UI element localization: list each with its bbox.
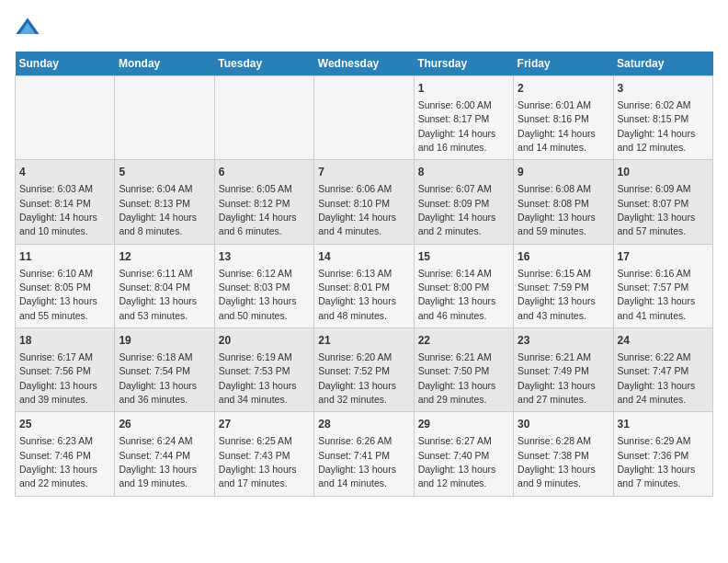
day-number: 18 <box>19 333 110 349</box>
page-header <box>15 15 713 40</box>
day-info: Sunrise: 6:02 AM Sunset: 8:15 PM Dayligh… <box>618 99 696 153</box>
calendar-cell: 15Sunrise: 6:14 AM Sunset: 8:00 PM Dayli… <box>414 244 513 327</box>
calendar-cell: 7Sunrise: 6:06 AM Sunset: 8:10 PM Daylig… <box>314 160 414 244</box>
day-info: Sunrise: 6:18 AM Sunset: 7:54 PM Dayligh… <box>119 351 197 405</box>
calendar-cell <box>16 76 115 160</box>
day-number: 9 <box>518 165 609 180</box>
logo <box>15 15 44 40</box>
calendar-cell: 20Sunrise: 6:19 AM Sunset: 7:53 PM Dayli… <box>214 328 313 412</box>
logo-icon <box>15 15 40 40</box>
day-number: 4 <box>19 165 110 180</box>
calendar-cell: 1Sunrise: 6:00 AM Sunset: 8:17 PM Daylig… <box>414 76 513 160</box>
day-number: 28 <box>318 417 409 432</box>
day-info: Sunrise: 6:09 AM Sunset: 8:07 PM Dayligh… <box>618 183 696 236</box>
calendar-cell: 8Sunrise: 6:07 AM Sunset: 8:09 PM Daylig… <box>414 160 513 244</box>
calendar-header-row: SundayMondayTuesdayWednesdayThursdayFrid… <box>16 52 713 76</box>
calendar-header-tuesday: Tuesday <box>214 52 313 76</box>
calendar-cell: 10Sunrise: 6:09 AM Sunset: 8:07 PM Dayli… <box>613 160 712 244</box>
day-info: Sunrise: 6:13 AM Sunset: 8:01 PM Dayligh… <box>318 268 396 321</box>
calendar-table: SundayMondayTuesdayWednesdayThursdayFrid… <box>15 52 713 497</box>
day-number: 5 <box>119 165 210 180</box>
day-info: Sunrise: 6:05 AM Sunset: 8:12 PM Dayligh… <box>219 183 297 236</box>
calendar-week-row: 25Sunrise: 6:23 AM Sunset: 7:46 PM Dayli… <box>16 412 713 496</box>
day-info: Sunrise: 6:16 AM Sunset: 7:57 PM Dayligh… <box>618 268 696 321</box>
calendar-cell: 3Sunrise: 6:02 AM Sunset: 8:15 PM Daylig… <box>613 76 712 160</box>
calendar-cell <box>115 76 214 160</box>
day-info: Sunrise: 6:28 AM Sunset: 7:38 PM Dayligh… <box>518 435 596 488</box>
calendar-cell: 24Sunrise: 6:22 AM Sunset: 7:47 PM Dayli… <box>613 328 712 412</box>
day-number: 6 <box>219 165 310 180</box>
calendar-week-row: 1Sunrise: 6:00 AM Sunset: 8:17 PM Daylig… <box>16 76 713 160</box>
calendar-cell: 29Sunrise: 6:27 AM Sunset: 7:40 PM Dayli… <box>414 412 513 496</box>
day-info: Sunrise: 6:19 AM Sunset: 7:53 PM Dayligh… <box>219 351 297 405</box>
calendar-cell: 26Sunrise: 6:24 AM Sunset: 7:44 PM Dayli… <box>115 412 214 496</box>
calendar-cell: 18Sunrise: 6:17 AM Sunset: 7:56 PM Dayli… <box>16 328 115 412</box>
calendar-cell: 2Sunrise: 6:01 AM Sunset: 8:16 PM Daylig… <box>514 76 613 160</box>
calendar-cell <box>314 76 414 160</box>
day-number: 27 <box>219 417 310 432</box>
calendar-cell: 25Sunrise: 6:23 AM Sunset: 7:46 PM Dayli… <box>16 412 115 496</box>
day-info: Sunrise: 6:08 AM Sunset: 8:08 PM Dayligh… <box>518 183 596 236</box>
calendar-cell: 5Sunrise: 6:04 AM Sunset: 8:13 PM Daylig… <box>115 160 214 244</box>
calendar-cell: 21Sunrise: 6:20 AM Sunset: 7:52 PM Dayli… <box>314 328 414 412</box>
day-number: 30 <box>518 417 609 432</box>
calendar-cell: 12Sunrise: 6:11 AM Sunset: 8:04 PM Dayli… <box>115 244 214 327</box>
day-number: 20 <box>219 333 310 349</box>
day-info: Sunrise: 6:21 AM Sunset: 7:50 PM Dayligh… <box>418 351 496 405</box>
calendar-header-sunday: Sunday <box>16 52 115 76</box>
calendar-cell: 23Sunrise: 6:21 AM Sunset: 7:49 PM Dayli… <box>514 328 613 412</box>
day-info: Sunrise: 6:25 AM Sunset: 7:43 PM Dayligh… <box>219 435 297 488</box>
day-number: 26 <box>119 417 210 432</box>
calendar-week-row: 11Sunrise: 6:10 AM Sunset: 8:05 PM Dayli… <box>16 244 713 327</box>
day-info: Sunrise: 6:06 AM Sunset: 8:10 PM Dayligh… <box>318 183 396 236</box>
day-number: 7 <box>318 165 409 180</box>
day-number: 14 <box>318 249 409 265</box>
day-info: Sunrise: 6:22 AM Sunset: 7:47 PM Dayligh… <box>618 351 696 405</box>
day-info: Sunrise: 6:24 AM Sunset: 7:44 PM Dayligh… <box>119 435 197 488</box>
calendar-cell: 11Sunrise: 6:10 AM Sunset: 8:05 PM Dayli… <box>16 244 115 327</box>
day-info: Sunrise: 6:14 AM Sunset: 8:00 PM Dayligh… <box>418 268 496 321</box>
day-info: Sunrise: 6:15 AM Sunset: 7:59 PM Dayligh… <box>518 268 596 321</box>
calendar-cell: 6Sunrise: 6:05 AM Sunset: 8:12 PM Daylig… <box>214 160 313 244</box>
calendar-cell: 17Sunrise: 6:16 AM Sunset: 7:57 PM Dayli… <box>613 244 712 327</box>
day-number: 8 <box>418 165 509 180</box>
day-number: 10 <box>618 165 709 180</box>
day-number: 13 <box>219 249 310 265</box>
calendar-cell <box>214 76 313 160</box>
day-number: 11 <box>19 249 110 265</box>
calendar-cell: 28Sunrise: 6:26 AM Sunset: 7:41 PM Dayli… <box>314 412 414 496</box>
day-info: Sunrise: 6:10 AM Sunset: 8:05 PM Dayligh… <box>19 268 97 321</box>
calendar-week-row: 4Sunrise: 6:03 AM Sunset: 8:14 PM Daylig… <box>16 160 713 244</box>
day-number: 29 <box>418 417 509 432</box>
day-number: 19 <box>119 333 210 349</box>
calendar-cell: 14Sunrise: 6:13 AM Sunset: 8:01 PM Dayli… <box>314 244 414 327</box>
day-number: 25 <box>19 417 110 432</box>
day-info: Sunrise: 6:01 AM Sunset: 8:16 PM Dayligh… <box>518 99 596 153</box>
day-number: 2 <box>518 81 609 97</box>
day-info: Sunrise: 6:29 AM Sunset: 7:36 PM Dayligh… <box>618 435 696 488</box>
calendar-header-monday: Monday <box>115 52 214 76</box>
calendar-cell: 22Sunrise: 6:21 AM Sunset: 7:50 PM Dayli… <box>414 328 513 412</box>
calendar-cell: 13Sunrise: 6:12 AM Sunset: 8:03 PM Dayli… <box>214 244 313 327</box>
day-info: Sunrise: 6:11 AM Sunset: 8:04 PM Dayligh… <box>119 268 197 321</box>
day-number: 21 <box>318 333 409 349</box>
calendar-header-friday: Friday <box>514 52 613 76</box>
day-number: 23 <box>518 333 609 349</box>
day-number: 22 <box>418 333 509 349</box>
calendar-cell: 9Sunrise: 6:08 AM Sunset: 8:08 PM Daylig… <box>514 160 613 244</box>
day-info: Sunrise: 6:03 AM Sunset: 8:14 PM Dayligh… <box>19 183 97 236</box>
day-info: Sunrise: 6:07 AM Sunset: 8:09 PM Dayligh… <box>418 183 496 236</box>
day-info: Sunrise: 6:20 AM Sunset: 7:52 PM Dayligh… <box>318 351 396 405</box>
day-info: Sunrise: 6:17 AM Sunset: 7:56 PM Dayligh… <box>19 351 97 405</box>
calendar-header-saturday: Saturday <box>613 52 712 76</box>
calendar-week-row: 18Sunrise: 6:17 AM Sunset: 7:56 PM Dayli… <box>16 328 713 412</box>
day-number: 24 <box>618 333 709 349</box>
day-number: 12 <box>119 249 210 265</box>
day-info: Sunrise: 6:21 AM Sunset: 7:49 PM Dayligh… <box>518 351 596 405</box>
day-info: Sunrise: 6:27 AM Sunset: 7:40 PM Dayligh… <box>418 435 496 488</box>
calendar-cell: 27Sunrise: 6:25 AM Sunset: 7:43 PM Dayli… <box>214 412 313 496</box>
calendar-cell: 4Sunrise: 6:03 AM Sunset: 8:14 PM Daylig… <box>16 160 115 244</box>
day-number: 3 <box>618 81 709 97</box>
day-number: 1 <box>418 81 509 97</box>
day-number: 31 <box>618 417 709 432</box>
